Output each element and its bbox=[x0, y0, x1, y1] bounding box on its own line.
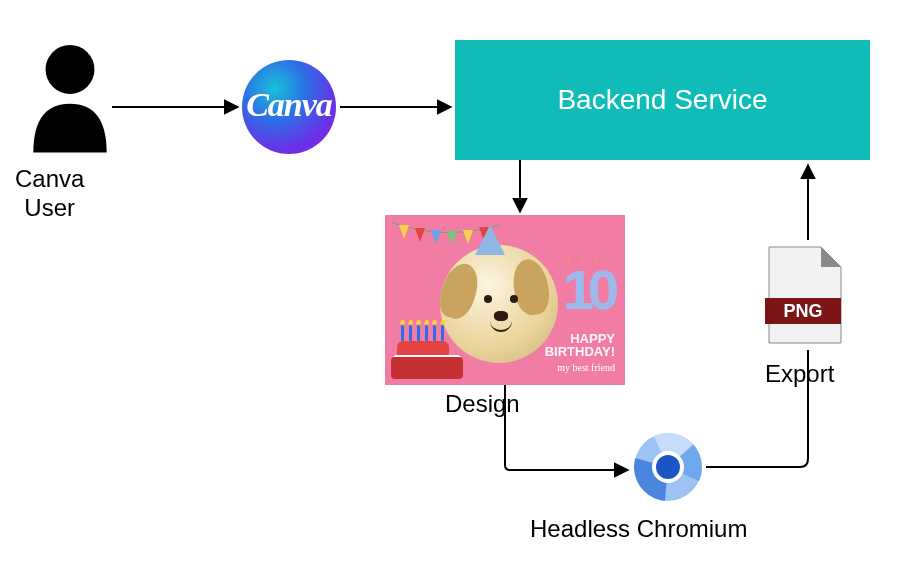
png-file-icon: PNG bbox=[765, 245, 845, 345]
design-thumbnail: ııı 10 HAPPY BIRTHDAY! my best friend bbox=[385, 215, 625, 385]
party-hat-icon bbox=[475, 225, 505, 255]
svg-point-4 bbox=[46, 45, 95, 94]
svg-marker-9 bbox=[463, 230, 473, 244]
user-label-line1: Canva bbox=[15, 165, 84, 192]
svg-point-17 bbox=[656, 455, 680, 479]
user-label: Canva User bbox=[15, 165, 84, 223]
backend-service-box: Backend Service bbox=[455, 40, 870, 160]
svg-marker-8 bbox=[447, 231, 457, 245]
happy-birthday-text: HAPPY BIRTHDAY! bbox=[545, 332, 615, 359]
svg-marker-5 bbox=[399, 225, 409, 239]
svg-marker-7 bbox=[431, 230, 441, 244]
chromium-icon bbox=[633, 432, 703, 502]
cake-icon bbox=[391, 329, 463, 379]
canva-logo: Canva bbox=[242, 60, 336, 154]
svg-marker-12 bbox=[821, 247, 841, 267]
user-icon bbox=[30, 45, 110, 159]
subtitle-text: my best friend bbox=[557, 362, 615, 373]
canva-logo-text: Canva bbox=[246, 86, 332, 124]
age-number: 10 bbox=[563, 257, 613, 322]
svg-marker-6 bbox=[415, 228, 425, 242]
backend-service-label: Backend Service bbox=[557, 84, 767, 116]
design-label: Design bbox=[445, 390, 520, 419]
png-badge-text: PNG bbox=[783, 301, 822, 321]
user-label-line2: User bbox=[24, 194, 75, 221]
chromium-label: Headless Chromium bbox=[530, 515, 747, 544]
export-label: Export bbox=[765, 360, 834, 389]
